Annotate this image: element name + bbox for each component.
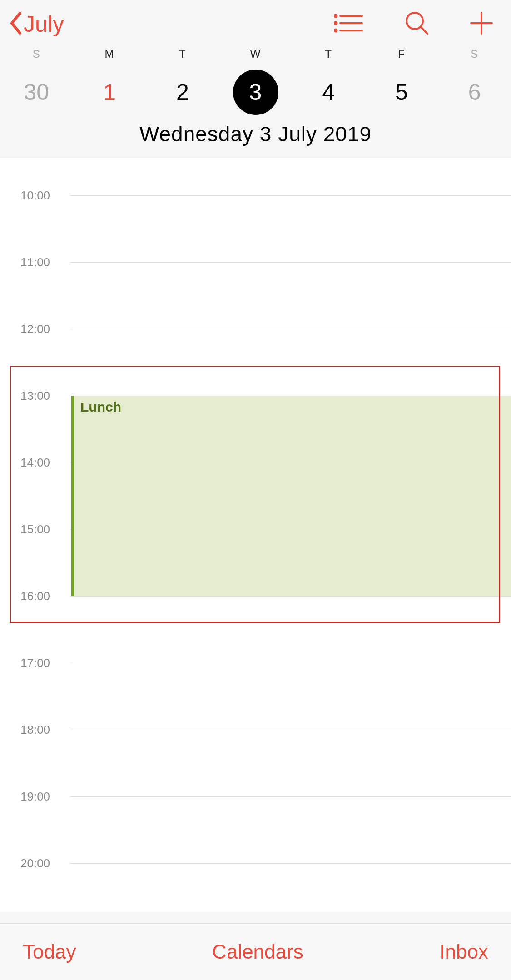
- day-number: 5: [379, 70, 424, 115]
- back-button[interactable]: July: [9, 11, 64, 37]
- day-number: 3: [233, 70, 278, 115]
- day-number: 2: [160, 70, 205, 115]
- day-abbrev: W: [219, 48, 292, 60]
- day-number: 30: [14, 70, 59, 115]
- day-abbrev: S: [0, 48, 73, 60]
- hour-slot: 17:00: [0, 636, 511, 702]
- svg-point-0: [335, 15, 337, 17]
- hour-line: [70, 663, 511, 663]
- hour-line: [70, 329, 511, 329]
- day-column[interactable]: M1: [73, 48, 146, 115]
- hour-line: [70, 863, 511, 864]
- hour-label: 10:00: [20, 189, 50, 203]
- day-number: 1: [87, 70, 132, 115]
- hour-line: [70, 262, 511, 263]
- day-abbrev: S: [438, 48, 511, 60]
- hour-label: 11:00: [20, 255, 50, 269]
- hour-slot: 10:00: [0, 168, 511, 235]
- day-column[interactable]: W3: [219, 48, 292, 115]
- day-abbrev: T: [146, 48, 219, 60]
- day-abbrev: F: [365, 48, 438, 60]
- hour-label: 20:00: [20, 856, 50, 871]
- svg-line-7: [421, 27, 427, 34]
- hour-slot: 19:00: [0, 769, 511, 836]
- day-number: 6: [452, 70, 497, 115]
- event-title: Lunch: [74, 396, 511, 418]
- svg-point-2: [335, 22, 337, 24]
- add-icon[interactable]: [470, 12, 493, 36]
- week-row: S30M1T2W3T4F5S6: [0, 48, 511, 115]
- today-button[interactable]: Today: [23, 940, 76, 963]
- day-column[interactable]: S6: [438, 48, 511, 115]
- search-icon[interactable]: [405, 11, 429, 37]
- hour-label: 18:00: [20, 723, 50, 737]
- list-icon[interactable]: [334, 13, 364, 35]
- event-block[interactable]: Lunch: [71, 396, 511, 596]
- back-label: July: [24, 11, 64, 37]
- bottom-bar: Today Calendars Inbox: [0, 923, 511, 980]
- day-abbrev: T: [292, 48, 365, 60]
- svg-point-4: [335, 29, 337, 31]
- hour-slot: 12:00: [0, 302, 511, 368]
- day-column[interactable]: T2: [146, 48, 219, 115]
- hour-line: [70, 195, 511, 196]
- hour-line: [70, 730, 511, 730]
- day-number: 4: [306, 70, 351, 115]
- day-abbrev: M: [73, 48, 146, 60]
- hour-slot: 11:00: [0, 235, 511, 302]
- hour-slot: 20:00: [0, 836, 511, 903]
- day-column[interactable]: F5: [365, 48, 438, 115]
- hour-line: [70, 796, 511, 797]
- hour-label: 17:00: [20, 656, 50, 670]
- hour-label: 15:00: [20, 522, 50, 537]
- hour-slot: 18:00: [0, 702, 511, 769]
- hour-label: 13:00: [20, 389, 50, 403]
- hour-label: 12:00: [20, 322, 50, 336]
- full-date: Wednesday 3 July 2019: [0, 115, 511, 158]
- inbox-button[interactable]: Inbox: [439, 940, 488, 963]
- hour-label: 14:00: [20, 456, 50, 470]
- timeline[interactable]: 10:0011:0012:0013:0014:0015:0016:0017:00…: [0, 158, 511, 912]
- calendars-button[interactable]: Calendars: [212, 940, 303, 963]
- day-column[interactable]: S30: [0, 48, 73, 115]
- hour-label: 16:00: [20, 589, 50, 603]
- day-column[interactable]: T4: [292, 48, 365, 115]
- chevron-left-icon: [9, 11, 23, 37]
- hour-line: [70, 596, 511, 597]
- hour-label: 19:00: [20, 790, 50, 804]
